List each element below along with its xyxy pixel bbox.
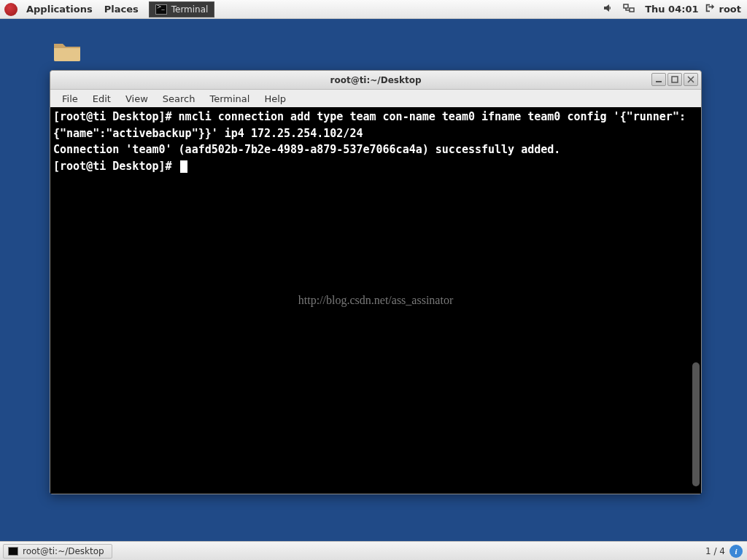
- window-title: root@ti:~/Desktop: [50, 75, 701, 85]
- places-menu[interactable]: Places: [98, 4, 144, 15]
- distro-logo-icon: [4, 3, 18, 16]
- desktop-folder-icon[interactable]: [53, 39, 82, 63]
- taskbar-terminal-button[interactable]: Terminal: [149, 1, 215, 18]
- svg-rect-1: [630, 8, 634, 12]
- maximize-button[interactable]: [667, 73, 682, 86]
- top-panel: Applications Places Terminal Thu 04:01 r…: [0, 0, 747, 19]
- close-button[interactable]: [684, 73, 698, 86]
- menu-search[interactable]: Search: [155, 93, 203, 104]
- svg-rect-3: [672, 77, 678, 82]
- terminal-icon: [155, 4, 167, 15]
- clock[interactable]: Thu 04:01: [645, 4, 698, 15]
- svg-rect-2: [656, 81, 662, 82]
- menu-edit[interactable]: Edit: [85, 93, 118, 104]
- terminal-icon: [8, 547, 18, 556]
- power-icon: [705, 3, 715, 15]
- user-menu[interactable]: root: [705, 3, 742, 15]
- menubar: File Edit View Search Terminal Help: [50, 90, 701, 107]
- volume-icon[interactable]: [603, 2, 614, 16]
- notification-icon[interactable]: i: [729, 545, 743, 558]
- bottom-panel: root@ti:~/Desktop 1 / 4 i: [0, 541, 747, 560]
- scrollbar-thumb[interactable]: [692, 362, 700, 486]
- prompt: [root@ti Desktop]#: [53, 110, 179, 123]
- network-icon[interactable]: [623, 2, 635, 16]
- menu-view[interactable]: View: [118, 93, 155, 104]
- terminal-output[interactable]: [root@ti Desktop]# nmcli connection add …: [50, 107, 701, 494]
- desktop[interactable]: root@ti:~/Desktop File Edit View Search …: [0, 19, 747, 541]
- taskbar-terminal-label: Terminal: [171, 4, 209, 15]
- menu-help[interactable]: Help: [257, 93, 293, 104]
- svg-rect-0: [624, 4, 628, 8]
- applications-menu[interactable]: Applications: [20, 4, 98, 15]
- bottom-task-button[interactable]: root@ti:~/Desktop: [3, 544, 112, 559]
- user-label: root: [719, 4, 742, 15]
- terminal-window: root@ti:~/Desktop File Edit View Search …: [50, 70, 702, 494]
- bottom-task-label: root@ti:~/Desktop: [23, 546, 104, 556]
- menu-terminal[interactable]: Terminal: [202, 93, 257, 104]
- workspace-indicator[interactable]: 1 / 4: [705, 546, 725, 556]
- prompt: [root@ti Desktop]#: [53, 160, 179, 173]
- watermark: http://blog.csdn.net/ass_assinator: [298, 292, 453, 309]
- menu-file[interactable]: File: [55, 93, 85, 104]
- minimize-button[interactable]: [651, 73, 666, 86]
- titlebar[interactable]: root@ti:~/Desktop: [50, 71, 701, 90]
- cursor-icon: [180, 160, 187, 173]
- output-line: Connection 'team0' (aafd502b-7b2e-4989-a…: [53, 143, 560, 156]
